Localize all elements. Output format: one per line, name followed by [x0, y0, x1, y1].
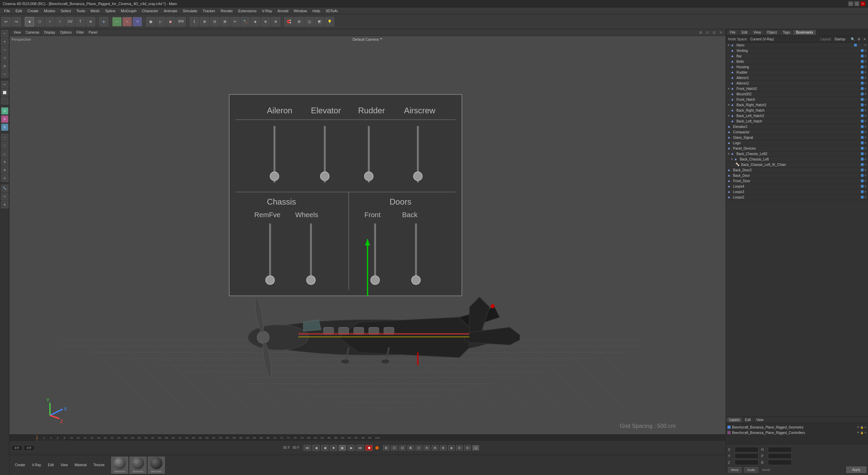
tb-snap[interactable]: 🧲 — [284, 17, 294, 26]
layers-tab-layers[interactable]: Layers — [727, 418, 742, 422]
tb-node[interactable]: ⊗ — [271, 17, 280, 26]
lt-rotate[interactable]: ↺ — [1, 54, 8, 62]
tp-scale-button[interactable]: Scale — [744, 467, 758, 473]
menu-arnold[interactable]: Arnold — [275, 8, 291, 14]
lt-edit2[interactable]: ⬡ — [1, 71, 8, 78]
vis-toggle[interactable]: ✕ — [864, 44, 867, 47]
tb-sculpt[interactable]: 🔨 — [240, 17, 250, 26]
menu-simulate[interactable]: Simulate — [180, 8, 200, 14]
lt-tool3[interactable]: ⊛ — [1, 201, 8, 208]
mat-tab-edit[interactable]: Edit — [45, 462, 56, 468]
lt-obj1[interactable]: ○ — [1, 134, 8, 141]
menu-help[interactable]: Help — [310, 8, 323, 14]
layer-row-controllers[interactable]: Beechcraft_Bonanza_Plane_Rigged_Controll… — [727, 430, 867, 435]
lt-scale[interactable]: ⤡ — [1, 46, 8, 54]
btn-goto-end[interactable]: ⏭ — [356, 445, 364, 451]
btn-mode4[interactable]: ⊠ — [407, 445, 414, 451]
vis-toggle-brh-item[interactable]: ✕ — [864, 109, 867, 112]
vis-toggle-r[interactable]: ✕ — [864, 71, 867, 74]
filter-icon[interactable]: ⚙ — [857, 37, 861, 41]
tree-item-blh[interactable]: ▲ Back_Left_Hatch ✕ — [726, 119, 868, 124]
vp-menu-panel[interactable]: Panel — [87, 30, 100, 35]
tree-item-loops3[interactable]: ▲ Loops3 ✕ — [726, 189, 868, 195]
lt-s3[interactable]: S — [1, 124, 8, 131]
vis-toggle-l[interactable]: ✕ — [864, 141, 867, 145]
vp-icon-2[interactable]: ⊙ — [705, 30, 710, 35]
vis-toggle-bd[interactable]: ✕ — [864, 174, 867, 177]
vis-toggle-l4[interactable]: ✕ — [864, 185, 867, 188]
layer-row-geometry[interactable]: Beechcraft_Bonanza_Plane_Rigged_Geometry… — [727, 424, 867, 430]
material-swatch-3[interactable]: Beeches — [148, 457, 165, 474]
tree-item-aileron2[interactable]: ▲ Aileron2 ✕ — [726, 81, 868, 86]
btn-mode3[interactable]: ⊟ — [399, 445, 406, 451]
menu-window[interactable]: Window — [291, 8, 310, 14]
layer-icon-eye-ctrl[interactable]: 👁 — [857, 431, 860, 434]
mat-tab-create[interactable]: Create — [12, 462, 28, 468]
btn-next-key[interactable]: ▶ — [348, 445, 355, 451]
close-icon[interactable]: ✕ — [863, 37, 866, 41]
lt-fill[interactable]: ⬛ — [1, 97, 8, 104]
vis-toggle-bclik[interactable]: ✕ — [864, 163, 867, 166]
tb-4view[interactable]: ⊞ — [200, 17, 209, 26]
btn-prev-key[interactable]: ◀ — [312, 445, 320, 451]
vis-toggle-blh-item[interactable]: ✕ — [864, 120, 867, 123]
tree-item-bcl-ik[interactable]: 🦴 Back_Chassis_Left_IK_Chain ✕ — [726, 162, 868, 168]
btn-mode11[interactable]: ⊖ — [464, 445, 471, 451]
lt-s2[interactable]: S — [1, 115, 8, 123]
vp-menu-view[interactable]: View — [12, 30, 23, 35]
menu-character[interactable]: Character — [139, 8, 161, 14]
vis-toggle-fh[interactable]: ✕ — [864, 98, 867, 101]
tree-item-back-door[interactable]: ▲ Back_Door ✕ — [726, 173, 868, 178]
tb-move[interactable]: ↔ — [112, 17, 122, 26]
tb-track[interactable]: ⊕ — [261, 17, 270, 26]
vis-toggle-h[interactable]: ✕ — [864, 65, 867, 69]
tree-item-loops2[interactable]: ▲ Loops2 ✕ — [726, 195, 868, 200]
btn-mode2[interactable]: ⊡ — [391, 445, 398, 451]
tp-move-button[interactable]: Move — [728, 467, 742, 473]
tp-p-input[interactable] — [768, 453, 792, 459]
tree-item-logo[interactable]: ▲ Logo ✕ — [726, 140, 868, 146]
tb-undo[interactable]: ↩ — [1, 17, 11, 26]
vis-toggle-v[interactable]: ✕ — [864, 49, 867, 52]
tb-polygon-mode[interactable]: ⬡ — [35, 17, 44, 26]
menu-extensions[interactable]: Extensions — [236, 8, 259, 14]
layer-icon-x-geo[interactable]: ✕ — [864, 426, 867, 429]
menu-tracker[interactable]: Tracker — [200, 8, 218, 14]
tree-item-front-hatch[interactable]: ▲ Front_Hatch ✕ — [726, 97, 868, 102]
tree-item-loops4[interactable]: ▲ Loops4 ✕ — [726, 184, 868, 189]
scene-tree[interactable]: ▼ ▲ Heim ✕ ▲ Venting ✕ ▲ — [726, 43, 868, 417]
vis-toggle-b[interactable]: ✕ — [864, 55, 867, 58]
tb-axis-mode[interactable]: ⊕ — [86, 17, 95, 26]
vis-toggle-gs[interactable]: ✕ — [864, 136, 867, 139]
rp-tab-view[interactable]: View — [751, 30, 764, 35]
menu-3dtoai[interactable]: 3DToAi — [323, 8, 340, 14]
vis-toggle-brh2[interactable]: ✕ — [864, 103, 867, 107]
btn-stop[interactable]: ■ — [330, 445, 337, 451]
vp-menu-filter[interactable]: Filter — [74, 30, 86, 35]
tree-item-blh2[interactable]: ▼ ▲ Back_Left_Hatch2 ✕ — [726, 113, 868, 119]
lt-move[interactable]: ✛ — [1, 38, 8, 45]
tb-render-region[interactable]: ▣ — [146, 17, 155, 26]
tb-uv-mode[interactable]: UV — [65, 17, 75, 26]
vis-toggle-a2[interactable]: ✕ — [864, 82, 867, 85]
rp-tab-file[interactable]: File — [727, 30, 738, 35]
tree-item-belts[interactable]: ▲ Belts ✕ — [726, 59, 868, 64]
tp-h-input[interactable] — [768, 447, 792, 452]
tb-ipr[interactable]: IPR — [176, 17, 186, 26]
vp-menu-options[interactable]: Options — [58, 30, 74, 35]
tb-render-active[interactable]: ▷ — [156, 17, 165, 26]
tree-item-brh2[interactable]: ▼ ▲ Back_Right_Hatch2 ✕ — [726, 102, 868, 108]
timeline-ruler[interactable]: 0 2 4 6 8 10 12 14 16 18 20 22 24 26 28 … — [9, 434, 726, 440]
vis-toggle-fh2[interactable]: ✕ — [864, 87, 867, 90]
mat-tab-texture[interactable]: Texture — [91, 462, 107, 468]
vp-menu-display[interactable]: Display — [42, 30, 57, 35]
btn-goto-start[interactable]: ⏮ — [303, 445, 311, 451]
tb-scale[interactable]: ⤡ — [122, 17, 132, 26]
lt-select[interactable]: ↖ — [1, 30, 8, 37]
menu-animate[interactable]: Animate — [161, 8, 180, 14]
vis-toggle-e2[interactable]: ✕ — [864, 125, 867, 128]
tree-item-glass-signal[interactable]: ▲ Glass_Signal ✕ — [726, 135, 868, 140]
tb-grid[interactable]: ⊞ — [294, 17, 304, 26]
btn-mode8[interactable]: ⊗ — [440, 445, 447, 451]
menu-mograph[interactable]: MoGraph — [118, 8, 139, 14]
